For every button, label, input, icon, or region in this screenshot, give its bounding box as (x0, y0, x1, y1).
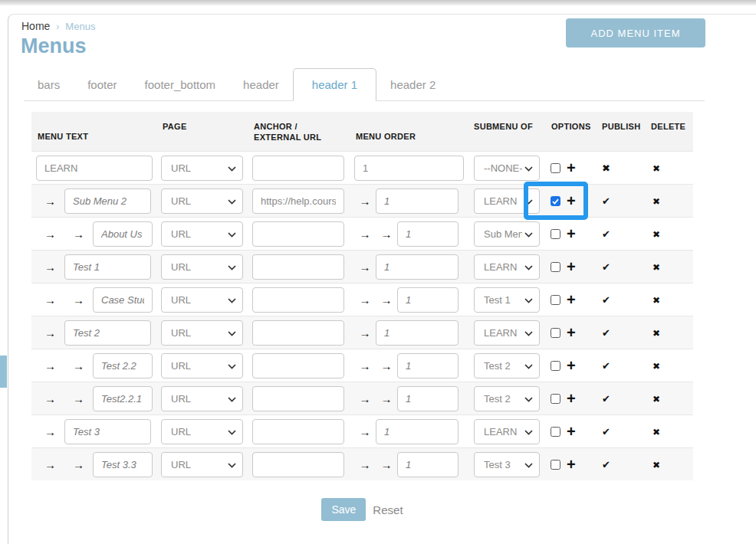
menu-text-input[interactable] (64, 254, 151, 280)
anchor-url-input[interactable] (252, 221, 344, 247)
publish-toggle[interactable]: ✔ (602, 426, 610, 437)
delete-icon[interactable]: ✖ (652, 229, 660, 240)
add-child-icon[interactable]: + (567, 325, 576, 340)
menu-text-input[interactable] (36, 156, 153, 181)
add-menu-item-button[interactable]: ADD MENU ITEM (566, 18, 705, 48)
delete-icon[interactable]: ✖ (652, 295, 660, 306)
submenu-of-select[interactable]: Sub Men (474, 221, 540, 247)
publish-toggle[interactable]: ✔ (602, 294, 610, 306)
tab-header[interactable]: header (229, 69, 293, 100)
options-checkbox[interactable] (551, 262, 560, 272)
menu-text-input[interactable] (93, 452, 153, 477)
delete-icon[interactable]: ✖ (652, 262, 660, 273)
anchor-url-input[interactable] (252, 419, 344, 444)
delete-icon[interactable]: ✖ (652, 427, 660, 437)
delete-icon[interactable]: ✖ (652, 394, 660, 405)
publish-toggle[interactable]: ✔ (602, 393, 610, 405)
add-child-icon[interactable]: + (567, 358, 576, 373)
menu-order-input[interactable] (376, 188, 459, 214)
publish-toggle[interactable]: ✖ (602, 162, 610, 174)
save-button[interactable]: Save (321, 498, 366, 521)
breadcrumb-current[interactable]: Menus (65, 21, 95, 32)
add-child-icon[interactable]: + (567, 193, 576, 208)
submenu-of-select[interactable]: Test 2 (474, 386, 540, 411)
anchor-url-input[interactable] (252, 254, 344, 280)
submenu-of-select[interactable]: Test 1 (474, 287, 540, 313)
options-checkbox[interactable] (551, 361, 560, 371)
submenu-of-select[interactable]: LEARN (474, 320, 540, 346)
menu-order-input[interactable] (376, 419, 459, 444)
add-child-icon[interactable]: + (567, 259, 576, 274)
submenu-of-select[interactable]: LEARN (474, 254, 540, 280)
page-select[interactable]: URL (161, 353, 243, 379)
menu-order-input[interactable] (376, 320, 459, 346)
publish-toggle[interactable]: ✔ (602, 459, 610, 470)
publish-toggle[interactable]: ✔ (602, 360, 610, 372)
anchor-url-input[interactable] (252, 188, 344, 214)
menu-text-input[interactable] (93, 353, 153, 379)
publish-toggle[interactable]: ✔ (602, 195, 610, 207)
publish-toggle[interactable]: ✔ (602, 261, 610, 273)
side-drawer-handle[interactable] (0, 356, 7, 388)
delete-icon[interactable]: ✖ (652, 361, 660, 372)
publish-toggle[interactable]: ✔ (602, 327, 610, 339)
options-checkbox[interactable] (551, 295, 560, 305)
add-child-icon[interactable]: + (567, 292, 576, 307)
page-select[interactable]: URL (161, 386, 243, 411)
menu-order-input[interactable] (376, 254, 459, 280)
options-checkbox[interactable] (551, 328, 560, 338)
page-select[interactable]: URL (161, 452, 243, 477)
menu-text-input[interactable] (64, 320, 151, 346)
tab-bars[interactable]: bars (24, 69, 74, 100)
page-select[interactable]: URL (161, 419, 243, 444)
delete-icon[interactable]: ✖ (652, 163, 660, 174)
anchor-url-input[interactable] (252, 156, 344, 181)
delete-icon[interactable]: ✖ (652, 196, 660, 207)
anchor-url-input[interactable] (252, 353, 344, 379)
add-child-icon[interactable]: + (567, 226, 576, 241)
anchor-url-input[interactable] (252, 287, 344, 313)
page-select[interactable]: URL (161, 320, 243, 346)
page-select[interactable]: URL (161, 188, 243, 214)
menu-order-input[interactable] (397, 287, 459, 313)
page-select[interactable]: URL (161, 287, 243, 313)
menu-order-input[interactable] (397, 353, 459, 379)
tab-footer-bottom[interactable]: footer_bottom (131, 69, 230, 100)
submenu-of-select[interactable]: Test 2 (474, 353, 540, 379)
options-checkbox[interactable] (551, 229, 560, 239)
page-select[interactable]: URL (161, 156, 243, 181)
page-select[interactable]: URL (161, 254, 243, 280)
menu-order-input[interactable] (397, 386, 459, 411)
options-checkbox[interactable] (551, 394, 560, 404)
menu-text-input[interactable] (64, 419, 151, 444)
page-select[interactable]: URL (161, 221, 243, 247)
menu-text-input[interactable] (64, 188, 151, 214)
menu-order-input[interactable] (354, 156, 464, 181)
menu-text-input[interactable] (93, 287, 153, 313)
options-checkbox[interactable] (551, 460, 560, 470)
add-child-icon[interactable]: + (567, 457, 576, 472)
submenu-of-select[interactable]: --NONE-- (474, 156, 540, 181)
add-child-icon[interactable]: + (567, 424, 576, 439)
tab-footer[interactable]: footer (74, 69, 130, 100)
anchor-url-input[interactable] (252, 452, 344, 477)
menu-order-input[interactable] (397, 452, 459, 477)
menu-text-input[interactable] (93, 386, 153, 411)
tab-header-1[interactable]: header 1 (293, 68, 376, 101)
breadcrumb-home-link[interactable]: Home (21, 20, 50, 32)
add-child-icon[interactable]: + (567, 391, 576, 406)
menu-text-input[interactable] (93, 221, 153, 247)
reset-button[interactable]: Reset (373, 503, 403, 516)
add-child-icon[interactable]: + (567, 160, 576, 175)
delete-icon[interactable]: ✖ (652, 328, 660, 339)
options-checkbox[interactable] (551, 427, 560, 437)
options-checkbox[interactable] (551, 163, 560, 173)
delete-icon[interactable]: ✖ (652, 460, 660, 470)
tab-header-2[interactable]: header 2 (376, 69, 449, 100)
submenu-of-select[interactable]: Test 3 (474, 452, 540, 477)
options-checkbox[interactable] (551, 196, 560, 206)
anchor-url-input[interactable] (252, 386, 344, 411)
publish-toggle[interactable]: ✔ (602, 228, 610, 240)
submenu-of-select[interactable]: LEARN (474, 188, 540, 214)
menu-order-input[interactable] (397, 221, 459, 247)
